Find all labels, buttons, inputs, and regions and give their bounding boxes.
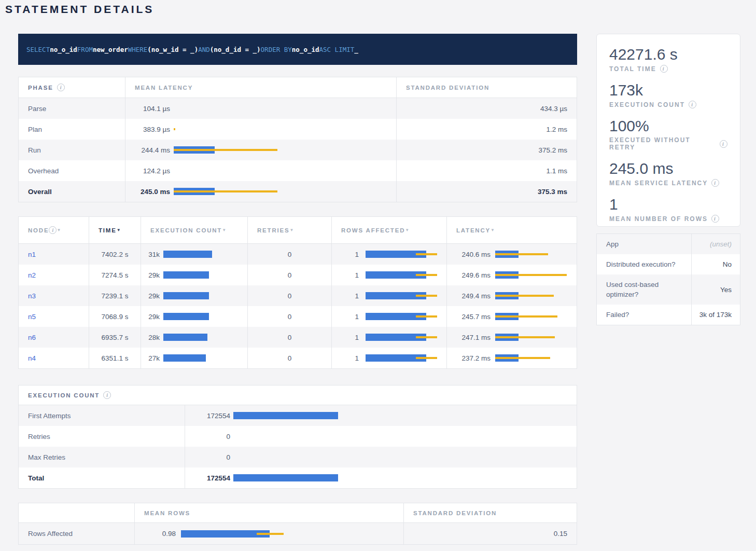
sql-keyword: AND <box>198 46 210 53</box>
info-icon[interactable]: i <box>720 140 727 148</box>
std-dev-value: 375.2 ms <box>538 146 567 154</box>
node-link[interactable]: n2 <box>28 271 36 279</box>
phase-column-header[interactable]: PHASE i <box>19 77 125 98</box>
mean-bar <box>163 354 206 362</box>
node-link[interactable]: n4 <box>28 354 36 362</box>
node-breakdown-table: NODEi▼TIME▼EXECUTION COUNT▼RETRIES▼ROWS … <box>18 216 577 369</box>
node-table-header: NODEi▼TIME▼EXECUTION COUNT▼RETRIES▼ROWS … <box>19 217 577 244</box>
mean-bar <box>233 474 338 481</box>
std-dev-value: 434.3 µs <box>540 105 567 113</box>
rows-affected-bar <box>366 313 446 320</box>
time-cell: 7402.2 s <box>89 244 141 265</box>
std-dev-bar <box>495 295 554 297</box>
retries-value: 0 <box>288 251 292 258</box>
mean-latency-cell: 245.0 ms <box>125 181 396 202</box>
info-icon[interactable]: i <box>49 226 57 234</box>
info-icon[interactable]: i <box>689 101 696 108</box>
attribute-row: Used cost-based optimizer?Yes <box>597 274 740 305</box>
column-header-label: RETRIES <box>257 227 289 233</box>
sort-arrow-icon[interactable]: ▼ <box>57 228 61 232</box>
node-row: n17402.2 s31k01240.6 ms <box>19 244 577 265</box>
attribute-value: Yes <box>691 274 740 305</box>
sort-arrow-icon[interactable]: ▼ <box>117 228 121 232</box>
std-dev-value: 1.2 ms <box>546 126 567 133</box>
count-value: 172554 <box>185 474 230 482</box>
rows-std-dev-cell: 0.15 <box>403 523 578 544</box>
latency-bar <box>174 146 396 154</box>
execution-count-bar <box>163 313 247 320</box>
mean-latency-value: 383.9 µs <box>125 126 170 133</box>
latency-bar <box>174 126 396 133</box>
node-link[interactable]: n1 <box>28 251 36 258</box>
latency-bar <box>495 251 578 258</box>
phase-name: Overall <box>19 181 125 202</box>
node-column-header-execution-count[interactable]: EXECUTION COUNT▼ <box>141 217 247 243</box>
info-icon[interactable]: i <box>711 179 719 187</box>
mean-latency-column-header[interactable]: MEAN LATENCY <box>125 77 396 98</box>
mean-latency-cell: 124.2 µs <box>125 160 396 181</box>
node-link[interactable]: n6 <box>28 334 36 341</box>
latency-bar <box>495 334 578 341</box>
phase-label: Run <box>28 146 41 154</box>
mean-bar <box>163 251 212 258</box>
execution-count-header: EXECUTION COUNT i <box>19 385 578 405</box>
rows-affected-table: MEAN ROWS STANDARD DEVIATION Rows Affect… <box>18 503 577 545</box>
execution-count-header-label: EXECUTION COUNT <box>28 392 100 398</box>
sql-identifier: (no_w_id = _) <box>147 46 198 53</box>
mean-bar <box>163 292 209 299</box>
time-value: 6935.7 s <box>102 334 129 341</box>
node-column-header-time[interactable]: TIME▼ <box>89 217 141 243</box>
std-dev-bar <box>416 274 437 276</box>
stat-value: 1 <box>609 196 727 213</box>
info-icon[interactable]: i <box>660 65 668 73</box>
node-column-header-rows-affected[interactable]: ROWS AFFECTED▼ <box>331 217 446 243</box>
info-icon[interactable]: i <box>711 215 719 223</box>
sort-arrow-icon[interactable]: ▼ <box>289 228 293 232</box>
std-dev-value: 375.3 ms <box>538 188 567 196</box>
time-value: 6351.1 s <box>102 354 129 362</box>
stat-value: 100% <box>609 117 727 135</box>
stat-label: TOTAL TIME <box>609 65 656 73</box>
info-icon[interactable]: i <box>57 84 65 91</box>
sort-arrow-icon[interactable]: ▼ <box>405 228 409 232</box>
attribute-row: Failed?3k of 173k <box>597 305 740 325</box>
mean-rows-value: 0.98 <box>135 530 176 538</box>
time-cell: 7239.1 s <box>89 285 141 306</box>
node-column-header-latency[interactable]: LATENCY▼ <box>446 217 578 243</box>
row-label: Total <box>28 474 44 482</box>
rows-affected-table-header: MEAN ROWS STANDARD DEVIATION <box>19 503 577 523</box>
stat-label: EXECUTED WITHOUT RETRY <box>609 136 716 151</box>
stat-label-row: MEAN NUMBER OF ROWSi <box>609 215 727 223</box>
time-cell: 7068.9 s <box>89 306 141 327</box>
execution-count-value-cell: 172554 <box>185 405 578 426</box>
rows-affected-bar <box>366 354 446 362</box>
execution-count-row-label: Total <box>19 467 185 488</box>
attribute-label: App <box>597 234 691 254</box>
sort-arrow-icon[interactable]: ▼ <box>222 228 226 232</box>
phase-name: Parse <box>19 98 125 119</box>
node-row: n37239.1 s29k01249.4 ms <box>19 285 577 306</box>
summary-stats-card: 42271.6 sTOTAL TIMEi173kEXECUTION COUNTi… <box>596 34 740 227</box>
std-dev-bar <box>416 336 437 338</box>
node-row: n66935.7 s28k01247.1 ms <box>19 327 577 348</box>
execution-count-value-cell: 0 <box>185 447 578 467</box>
latency-cell: 240.6 ms <box>446 244 578 265</box>
node-link[interactable]: n3 <box>28 292 36 300</box>
sql-statement-box: SELECT no_o_id FROM new_order WHERE (no_… <box>18 34 577 65</box>
execution-count-value: 29k <box>141 292 160 300</box>
phase-label: Plan <box>28 126 42 133</box>
latency-value: 237.2 ms <box>447 354 491 362</box>
stat-value: 173k <box>609 81 727 99</box>
sort-arrow-icon[interactable]: ▼ <box>491 228 495 232</box>
info-icon[interactable]: i <box>103 391 111 399</box>
node-column-header-node[interactable]: NODEi▼ <box>19 217 89 243</box>
phase-row: Overall245.0 ms375.3 ms <box>19 181 577 202</box>
rows-affected-value: 1 <box>332 334 359 341</box>
column-header-label: EXECUTION COUNT <box>150 227 222 233</box>
node-link[interactable]: n5 <box>28 313 36 321</box>
mean-latency-value: 245.0 ms <box>125 188 170 196</box>
std-dev-value: 1.1 ms <box>546 167 567 175</box>
std-dev-column-header[interactable]: STANDARD DEVIATION <box>396 77 578 98</box>
node-column-header-retries[interactable]: RETRIES▼ <box>247 217 331 243</box>
attribute-row: App(unset) <box>597 234 740 254</box>
